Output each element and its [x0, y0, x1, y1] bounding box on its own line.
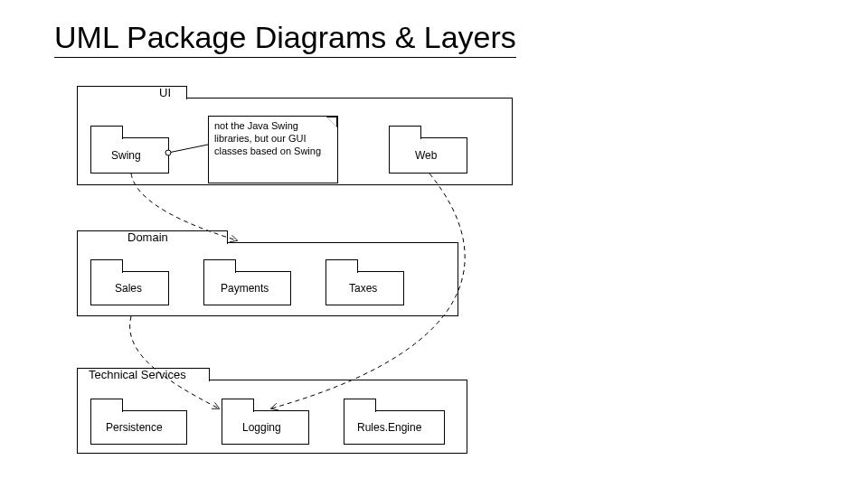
pkg-taxes-label: Taxes — [349, 282, 377, 295]
page-title: UML Package Diagrams & Layers — [54, 20, 516, 58]
note-fold-icon — [326, 117, 337, 127]
pkg-logging: Logging — [222, 410, 309, 445]
pkg-web: Web — [389, 137, 467, 174]
pkg-payments: Payments — [203, 271, 291, 305]
note-swing: not the Java Swing libraries, but our GU… — [208, 116, 338, 183]
pkg-taxes: Taxes — [326, 271, 404, 305]
layer-ui-label: UI — [159, 86, 171, 99]
pkg-persistence: Persistence — [90, 410, 187, 445]
pkg-swing: Swing — [90, 137, 169, 174]
note-swing-text: not the Java Swing libraries, but our GU… — [214, 120, 321, 156]
pkg-payments-label: Payments — [221, 282, 269, 295]
pkg-web-label: Web — [415, 149, 437, 162]
pkg-persistence-label: Persistence — [106, 421, 163, 434]
pkg-rules-label: Rules.Engine — [357, 421, 421, 434]
pkg-sales-label: Sales — [115, 282, 142, 295]
layer-domain-label: Domain — [127, 230, 168, 244]
pkg-rules: Rules.Engine — [344, 410, 445, 445]
pkg-sales: Sales — [90, 271, 169, 305]
layer-tech-label: Technical Services — [89, 368, 186, 381]
pkg-logging-label: Logging — [242, 421, 281, 434]
pkg-swing-label: Swing — [111, 149, 141, 162]
